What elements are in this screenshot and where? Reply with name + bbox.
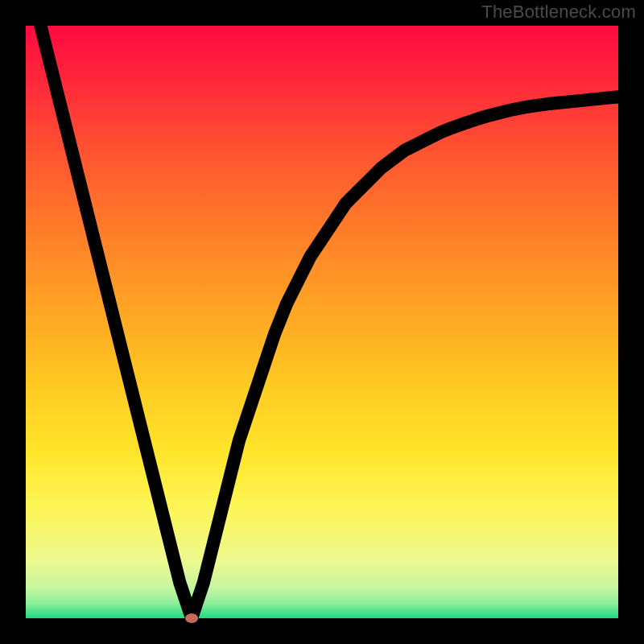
optimal-marker (185, 613, 198, 623)
curve-layer (26, 26, 618, 618)
plot-area (26, 26, 618, 618)
bottleneck-curve (26, 0, 618, 618)
watermark-text: TheBottleneck.com (481, 2, 636, 23)
chart-frame: TheBottleneck.com (0, 0, 644, 644)
